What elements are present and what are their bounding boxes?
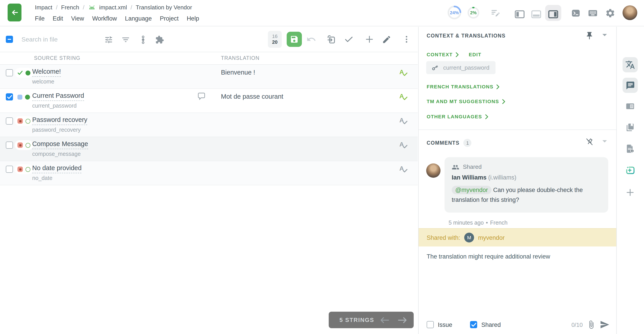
settings-button[interactable] xyxy=(605,7,616,18)
row-checkbox[interactable] xyxy=(6,93,13,100)
chevron-right-icon xyxy=(485,114,488,119)
next-page-icon[interactable] xyxy=(398,316,408,324)
row-checkbox[interactable] xyxy=(6,166,13,173)
previous-page-icon[interactable] xyxy=(380,316,390,324)
save-button[interactable] xyxy=(287,32,302,47)
issue-checkbox[interactable] xyxy=(427,321,434,328)
user-avatar[interactable] xyxy=(622,5,637,20)
layout-left-icon xyxy=(515,10,524,18)
plugins-button[interactable] xyxy=(154,34,165,45)
rail-file-context-button[interactable] xyxy=(622,141,638,156)
shared-checkbox[interactable] xyxy=(470,321,478,328)
collapse-comments-button[interactable] xyxy=(602,140,607,143)
collapse-panel-button[interactable] xyxy=(602,33,607,37)
layout-right-panel-button[interactable] xyxy=(548,9,558,20)
filter-button[interactable] xyxy=(120,34,131,45)
add-string-button[interactable] xyxy=(364,34,375,45)
chevron-right-icon xyxy=(502,99,505,104)
not-approved-icon xyxy=(26,119,30,124)
workflow-steps-button[interactable] xyxy=(138,34,148,45)
edit-string-button[interactable] xyxy=(381,34,392,45)
shared-label[interactable]: Shared xyxy=(482,321,501,328)
section-context[interactable]: CONTEXT xyxy=(427,52,459,57)
edit-context-link[interactable]: EDIT xyxy=(469,52,482,57)
menu-workflow[interactable]: Workflow xyxy=(92,15,117,22)
comment-visibility: Shared xyxy=(452,164,601,170)
back-button[interactable] xyxy=(8,3,22,21)
copy-source-button[interactable] xyxy=(326,34,337,45)
section-other-languages[interactable]: OTHER LANGUAGES xyxy=(427,114,488,119)
row-checkbox[interactable] xyxy=(6,69,13,76)
unpin-comments-button[interactable] xyxy=(585,138,594,147)
plus-icon xyxy=(364,34,374,44)
breadcrumb-file[interactable]: impact.xml xyxy=(99,4,127,10)
layout-left-panel-button[interactable] xyxy=(514,9,525,20)
search-input[interactable] xyxy=(22,33,102,46)
string-row-password-recovery[interactable]: Password recovery password_recovery A xyxy=(0,113,418,137)
gear-icon xyxy=(605,8,615,18)
layout-bottom-panel-button[interactable] xyxy=(531,9,542,20)
advanced-filter-button[interactable] xyxy=(103,34,114,45)
strings-count-pill: 5 STRINGS xyxy=(329,312,414,328)
breadcrumb-separator: / xyxy=(56,4,58,10)
mention-chip[interactable]: @myvendor xyxy=(452,186,492,194)
row-checkbox[interactable] xyxy=(6,142,13,149)
string-row-compose-message[interactable]: Compose Message compose_message A xyxy=(0,137,418,161)
rail-string-info-button[interactable] xyxy=(622,99,638,114)
proofread-button[interactable]: A xyxy=(399,165,408,173)
proofread-button[interactable]: A xyxy=(399,69,408,76)
rail-glossary-button[interactable] xyxy=(622,120,638,135)
console-button[interactable] xyxy=(570,7,581,18)
select-all-checkbox[interactable] xyxy=(6,36,13,43)
send-comment-button[interactable] xyxy=(600,320,610,330)
approve-button[interactable] xyxy=(344,34,354,45)
vendor-name[interactable]: myvendor xyxy=(478,234,505,241)
counter-numerator: 16 xyxy=(272,33,278,39)
breadcrumb-workflow-step[interactable]: Translation by Vendor xyxy=(136,4,192,10)
status-icons xyxy=(15,164,33,174)
row-checkbox[interactable] xyxy=(6,117,13,125)
string-row-current-password[interactable]: Current Password current_password Mot de… xyxy=(0,89,418,113)
proofread-button[interactable]: A xyxy=(399,141,408,149)
rail-add-panel-button[interactable] xyxy=(622,185,638,200)
translation-header: TRANSLATION xyxy=(221,55,260,61)
comment-author[interactable]: Ian Williams xyxy=(452,174,486,181)
breadcrumb-language[interactable]: French xyxy=(61,4,79,10)
menu-file[interactable]: File xyxy=(35,15,45,22)
rail-translations-button[interactable] xyxy=(622,57,638,72)
menu-help[interactable]: Help xyxy=(187,15,199,22)
proofread-button[interactable]: A xyxy=(399,117,408,125)
terminal-icon xyxy=(570,8,581,18)
string-key: password_recovery xyxy=(32,127,81,133)
string-key-chip[interactable]: current_password xyxy=(426,61,496,74)
comment-timestamp: 5 minutes ago xyxy=(448,220,484,226)
menu-edit[interactable]: Edit xyxy=(53,15,63,22)
translate-icon xyxy=(625,60,635,70)
section-tm-mt-suggestions[interactable]: TM AND MT SUGGESTIONS xyxy=(427,99,505,104)
shortcuts-button[interactable] xyxy=(587,7,598,18)
undo-button[interactable] xyxy=(306,34,317,45)
string-row-welcome[interactable]: Welcome! welcome Bienvenue ! A xyxy=(0,65,418,89)
approved-dot-icon xyxy=(25,94,30,99)
rail-ai-assistant-button[interactable] xyxy=(622,163,638,178)
proofread-button[interactable]: A xyxy=(399,93,408,100)
menu-project[interactable]: Project xyxy=(160,15,179,22)
issue-label[interactable]: Issue xyxy=(438,321,452,328)
paperclip-icon xyxy=(587,320,596,329)
source-string-text: Compose Message xyxy=(32,140,88,147)
translated-progress-ring[interactable]: 24% xyxy=(447,5,462,20)
breadcrumb-project[interactable]: Impact xyxy=(35,4,52,10)
attach-file-button[interactable] xyxy=(587,320,596,329)
rail-comments-button[interactable] xyxy=(622,78,638,93)
translation-queue-button[interactable] xyxy=(490,7,501,18)
more-options-button[interactable] xyxy=(401,34,412,45)
chevron-down-icon xyxy=(602,140,607,143)
pin-panel-button[interactable] xyxy=(585,31,594,40)
menu-view[interactable]: View xyxy=(71,15,84,22)
menu-language[interactable]: Language xyxy=(125,15,152,22)
comment-draft-input[interactable]: The translation might require additional… xyxy=(427,252,608,310)
string-row-no-date[interactable]: No date provided no_date A xyxy=(0,161,418,185)
translation-text: Mot de passe courant xyxy=(221,93,283,100)
section-french-translations[interactable]: FRENCH TRANSLATIONS xyxy=(427,84,500,89)
approved-progress-ring[interactable]: 2% xyxy=(467,6,480,19)
